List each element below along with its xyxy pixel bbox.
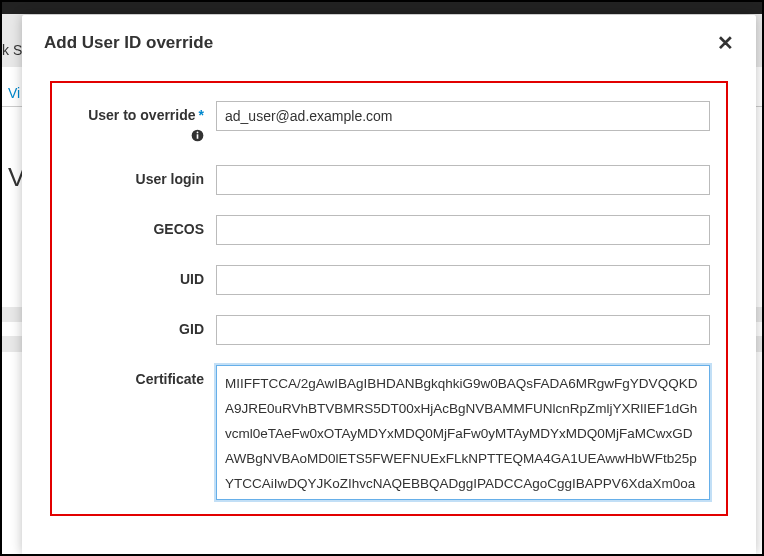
label-text: User to override xyxy=(88,107,195,123)
row-uid: UID xyxy=(68,265,710,295)
bg-nav-fragment: Vi xyxy=(8,85,20,101)
label-uid: UID xyxy=(68,265,216,287)
close-icon[interactable]: ✕ xyxy=(717,33,734,53)
svg-rect-1 xyxy=(197,134,199,138)
row-gecos: GECOS xyxy=(68,215,710,245)
modal-dialog: Add User ID override ✕ User to override*… xyxy=(22,15,756,554)
user-to-override-input[interactable] xyxy=(216,101,710,131)
row-gid: GID xyxy=(68,315,710,345)
label-user-to-override: User to override* xyxy=(68,101,216,145)
certificate-textarea[interactable] xyxy=(216,365,710,500)
info-icon[interactable] xyxy=(68,129,204,145)
row-user-to-override: User to override* xyxy=(68,101,710,145)
label-gecos: GECOS xyxy=(68,215,216,237)
svg-point-2 xyxy=(197,132,199,134)
label-gid: GID xyxy=(68,315,216,337)
bg-sidebar-fragment: k S xyxy=(2,42,22,58)
user-login-input[interactable] xyxy=(216,165,710,195)
gid-input[interactable] xyxy=(216,315,710,345)
gecos-input[interactable] xyxy=(216,215,710,245)
row-user-login: User login xyxy=(68,165,710,195)
required-marker: * xyxy=(199,107,204,123)
label-user-login: User login xyxy=(68,165,216,187)
uid-input[interactable] xyxy=(216,265,710,295)
modal-title: Add User ID override xyxy=(44,33,213,53)
modal-header: Add User ID override ✕ xyxy=(22,15,756,71)
highlight-frame: User to override* User login GECOS xyxy=(50,81,728,516)
row-certificate: Certificate xyxy=(68,365,710,504)
modal-body: User to override* User login GECOS xyxy=(22,71,756,516)
label-certificate: Certificate xyxy=(68,365,216,387)
bg-topbar xyxy=(2,2,762,14)
